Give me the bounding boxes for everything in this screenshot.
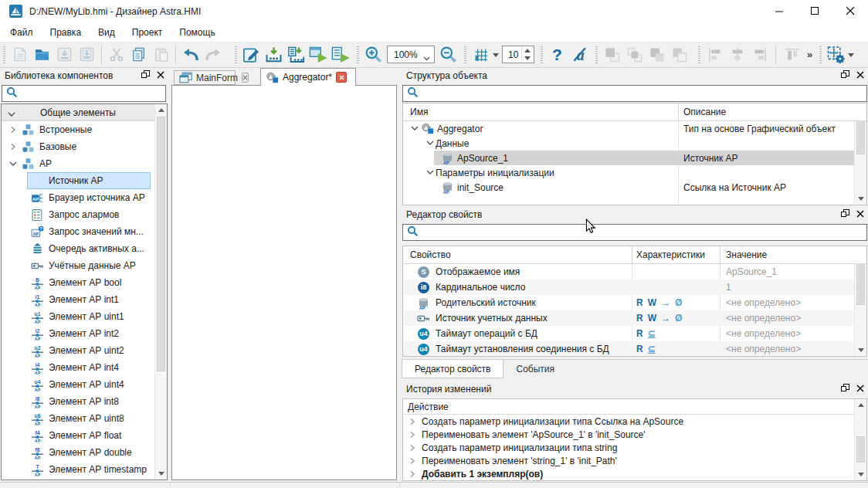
library-item[interactable]: i4APЭлемент АР int4 bbox=[2, 359, 154, 376]
save-all-button[interactable] bbox=[76, 44, 98, 66]
tab-events[interactable]: События bbox=[504, 360, 567, 378]
structure-search-input[interactable] bbox=[422, 86, 866, 100]
align-top-button[interactable] bbox=[781, 44, 803, 66]
editor-tab-MainForm[interactable]: MainForm bbox=[174, 70, 236, 85]
grid-size-spinner[interactable]: 10 bbox=[502, 46, 534, 63]
tab-close-icon[interactable] bbox=[336, 72, 347, 83]
spinner-arrows[interactable] bbox=[521, 46, 533, 63]
scrollbar-thumb[interactable] bbox=[856, 116, 865, 154]
menu-help[interactable]: Помощь bbox=[171, 24, 223, 41]
scroll-down-icon[interactable] bbox=[855, 344, 866, 356]
align-center-button[interactable] bbox=[726, 44, 748, 66]
open-file-button[interactable] bbox=[31, 44, 53, 66]
bring-forward-button[interactable] bbox=[623, 44, 646, 66]
menu-project[interactable]: Проект bbox=[124, 24, 171, 41]
zoom-in-button[interactable] bbox=[362, 44, 385, 66]
library-group[interactable]: Встроенные bbox=[2, 121, 154, 138]
scroll-up-icon[interactable] bbox=[155, 104, 167, 116]
toolbar-handle[interactable] bbox=[235, 46, 237, 63]
selection-mode-button[interactable] bbox=[825, 44, 847, 66]
paste-button[interactable] bbox=[150, 44, 172, 66]
library-item[interactable]: Запрос алармов bbox=[2, 206, 154, 223]
close-button[interactable] bbox=[832, 0, 868, 22]
undo-button[interactable] bbox=[179, 44, 202, 66]
maximize-button[interactable] bbox=[797, 0, 832, 22]
property-row[interactable]: u4Таймаут установления соединения с БДR⊆… bbox=[403, 341, 854, 357]
menu-file[interactable]: Файл bbox=[2, 24, 42, 41]
library-item[interactable]: BAPЭлемент АР bool bbox=[2, 274, 154, 291]
library-item[interactable]: f8APЭлемент АР double bbox=[2, 444, 154, 461]
property-row[interactable]: i8Кардинальное число1 bbox=[403, 280, 854, 295]
install-library-button[interactable] bbox=[285, 44, 307, 66]
history-row[interactable]: Добавить 1 экземпляр(ов) bbox=[403, 467, 854, 480]
library-item[interactable]: i2APЭлемент АР int2 bbox=[2, 325, 154, 342]
grid-dropdown-chevron-icon[interactable] bbox=[493, 49, 500, 60]
toolbar-handle[interactable] bbox=[595, 46, 598, 63]
toolbar-overflow-button[interactable]: » bbox=[803, 49, 816, 60]
library-search-input[interactable] bbox=[22, 86, 165, 100]
minimize-button[interactable] bbox=[761, 0, 797, 22]
new-file-button[interactable] bbox=[8, 44, 31, 66]
history-row[interactable]: Переименовать элемент 'string_1' в 'init… bbox=[403, 454, 854, 467]
library-section-header[interactable]: Общие элементы bbox=[2, 104, 154, 121]
library-item[interactable]: TAPЭлемент АР timestamp bbox=[2, 461, 154, 478]
library-group[interactable]: Базовые bbox=[2, 138, 154, 155]
history-row[interactable]: Создать параметр инициализации типа stri… bbox=[403, 441, 854, 454]
save-button[interactable] bbox=[53, 44, 76, 66]
properties-search-input[interactable] bbox=[422, 225, 866, 239]
toolbar-handle[interactable] bbox=[464, 46, 466, 63]
scroll-up-icon[interactable] bbox=[855, 399, 866, 411]
close-panel-icon[interactable] bbox=[856, 70, 864, 81]
grid-button[interactable] bbox=[470, 44, 492, 66]
history-scrollbar[interactable] bbox=[854, 399, 866, 480]
edit-type-button[interactable] bbox=[240, 44, 263, 66]
scroll-down-icon[interactable] bbox=[855, 193, 866, 205]
structure-row[interactable]: AggregatorТип на основе Графический объе… bbox=[403, 121, 854, 136]
menu-view[interactable]: Вид bbox=[90, 24, 124, 41]
bring-to-front-button[interactable] bbox=[601, 44, 623, 66]
form-canvas[interactable] bbox=[171, 85, 397, 480]
help-button[interactable]: ? bbox=[546, 44, 568, 66]
selection-dropdown-chevron-icon[interactable] bbox=[848, 49, 855, 60]
close-panel-icon[interactable] bbox=[856, 209, 864, 220]
property-row[interactable]: SОтображаемое имяApSource_1 bbox=[403, 264, 854, 280]
close-panel-icon[interactable] bbox=[157, 70, 164, 81]
library-item[interactable]: f4APЭлемент АР float bbox=[2, 427, 154, 444]
property-row[interactable]: Источник учетных данныхRW→Ø<не определен… bbox=[403, 310, 854, 326]
scrollbar-thumb[interactable] bbox=[157, 117, 165, 371]
align-left-button[interactable] bbox=[704, 44, 726, 66]
tab-close-icon[interactable] bbox=[242, 73, 249, 83]
structure-row[interactable]: Данные bbox=[403, 136, 854, 151]
zoom-out-button[interactable] bbox=[437, 44, 459, 66]
library-scrollbar[interactable] bbox=[154, 104, 167, 480]
send-backward-button[interactable] bbox=[646, 44, 668, 66]
structure-row[interactable]: APinit_SourceСсылка на Источник АР bbox=[403, 180, 854, 195]
send-to-back-button[interactable] bbox=[668, 44, 690, 66]
float-panel-icon[interactable] bbox=[841, 70, 849, 81]
copy-button[interactable] bbox=[127, 44, 150, 66]
library-item[interactable]: u4APЭлемент АР uint4 bbox=[2, 376, 154, 393]
history-row[interactable]: Переименовать элемент 'ApSource_1' в 'in… bbox=[403, 428, 854, 441]
library-item[interactable]: u8APЭлемент АР uint8 bbox=[2, 410, 154, 427]
menu-edit[interactable]: Правка bbox=[42, 24, 90, 41]
align-right-button[interactable] bbox=[748, 44, 771, 66]
library-group[interactable]: АР bbox=[2, 155, 154, 172]
library-item[interactable]: APБраузер источника АР bbox=[2, 189, 154, 206]
library-item[interactable]: u2APЭлемент АР uint2 bbox=[2, 342, 154, 359]
structure-search[interactable] bbox=[402, 85, 867, 102]
scrollbar-thumb[interactable] bbox=[856, 259, 865, 305]
install-components-button[interactable] bbox=[263, 44, 285, 66]
scroll-down-icon[interactable] bbox=[855, 469, 866, 480]
close-panel-icon[interactable] bbox=[856, 384, 864, 395]
library-search[interactable] bbox=[2, 85, 166, 102]
toolbar-handle[interactable] bbox=[357, 46, 359, 63]
library-item[interactable]: Очередь активных а... bbox=[2, 240, 154, 257]
zoom-level-combobox[interactable]: 100% bbox=[387, 46, 435, 63]
redo-button[interactable] bbox=[202, 44, 224, 66]
float-panel-icon[interactable] bbox=[841, 209, 849, 220]
library-item[interactable]: i1APЭлемент АР int1 bbox=[2, 291, 154, 308]
run-project-button[interactable] bbox=[307, 44, 330, 66]
float-panel-icon[interactable] bbox=[841, 384, 849, 395]
properties-search[interactable] bbox=[402, 224, 867, 241]
library-item[interactable]: i8APЭлемент АР int8 bbox=[2, 393, 154, 410]
